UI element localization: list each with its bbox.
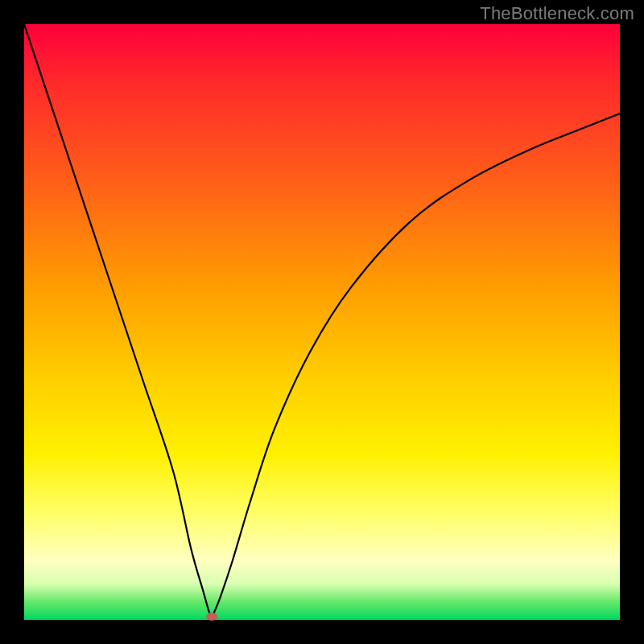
chart-frame: TheBottleneck.com bbox=[0, 0, 644, 644]
watermark-text: TheBottleneck.com bbox=[480, 3, 634, 24]
bottleneck-curve bbox=[24, 24, 620, 620]
plot-area bbox=[24, 24, 620, 620]
optimal-point-marker bbox=[206, 613, 217, 621]
